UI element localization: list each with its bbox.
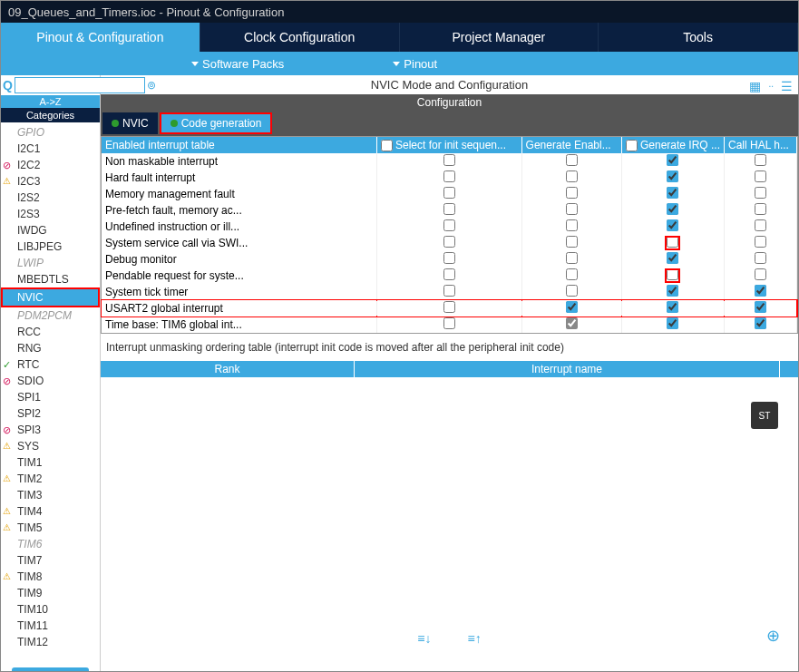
checkbox[interactable] (566, 187, 578, 199)
periph-item-tim2[interactable]: TIM2 (1, 471, 100, 487)
checkbox-cell[interactable] (376, 186, 521, 202)
periph-item-tim7[interactable]: TIM7 (1, 552, 100, 569)
periph-item-tim10[interactable]: TIM10 (1, 601, 100, 618)
checkbox-cell[interactable] (376, 268, 521, 284)
checkbox-cell[interactable] (376, 317, 521, 333)
periph-item-pdm2pcm[interactable]: PDM2PCM (1, 307, 100, 324)
table-row[interactable]: Time base: TIM6 global int... (102, 317, 797, 333)
table-row[interactable]: USART2 global interrupt (102, 300, 797, 317)
checkbox[interactable] (667, 317, 678, 329)
checkbox[interactable] (755, 301, 766, 313)
checkbox-cell[interactable] (376, 170, 521, 186)
checkbox[interactable] (667, 236, 678, 248)
checkbox[interactable] (667, 301, 678, 313)
checkbox-cell[interactable] (521, 170, 621, 186)
table-row[interactable]: Pre-fetch fault, memory ac... (102, 202, 797, 219)
checkbox[interactable] (443, 219, 455, 231)
table-row[interactable]: Memory management fault (102, 186, 797, 202)
table-row[interactable]: Undefined instruction or ill... (102, 219, 797, 235)
checkbox-cell[interactable] (725, 186, 797, 202)
sort-desc-icon[interactable]: ≡↓ (417, 631, 431, 646)
checkbox[interactable] (667, 219, 678, 231)
checkbox[interactable] (566, 154, 578, 166)
periph-item-tim1[interactable]: TIM1 (1, 454, 100, 471)
search-icon[interactable]: Q (3, 78, 13, 93)
periph-item-sys[interactable]: SYS (1, 438, 100, 454)
inner-tab-nvic[interactable]: NVIC (102, 112, 158, 134)
periph-item-tim5[interactable]: TIM5 (1, 520, 100, 536)
checkbox-cell[interactable] (376, 284, 521, 300)
main-tab-tools[interactable]: Tools (599, 23, 798, 52)
checkbox[interactable] (755, 219, 766, 231)
checkbox[interactable] (755, 170, 766, 182)
checkbox[interactable] (667, 268, 678, 280)
periph-item-tim3[interactable]: TIM3 (1, 487, 100, 503)
periph-item-lwip[interactable]: LWIP (1, 255, 100, 271)
periph-item-tim11[interactable]: TIM11 (1, 618, 100, 634)
checkbox-cell[interactable] (521, 284, 621, 300)
checkbox-cell[interactable] (725, 300, 797, 317)
header-checkbox[interactable] (381, 140, 393, 151)
checkbox-cell[interactable] (521, 317, 621, 333)
checkbox-cell[interactable] (621, 235, 724, 251)
checkbox-cell[interactable] (621, 219, 724, 235)
periph-item-nvic[interactable]: NVIC (1, 287, 100, 307)
inner-tab-code-generation[interactable]: Code generation (160, 112, 273, 134)
checkbox[interactable] (667, 252, 678, 264)
checkbox-cell[interactable] (521, 268, 621, 284)
periph-item-tim9[interactable]: TIM9 (1, 585, 100, 601)
checkbox[interactable] (566, 317, 578, 329)
checkbox-cell[interactable] (376, 300, 521, 317)
checkbox-cell[interactable] (725, 317, 797, 333)
checkbox[interactable] (566, 203, 578, 215)
checkbox-cell[interactable] (376, 202, 521, 219)
checkbox[interactable] (755, 285, 766, 297)
checkbox-cell[interactable] (621, 284, 724, 300)
checkbox-cell[interactable] (725, 202, 797, 219)
sort-az-tab[interactable]: A->Z (1, 95, 100, 108)
checkbox-cell[interactable] (621, 186, 724, 202)
checkbox[interactable] (667, 187, 678, 199)
periph-item-i2c2[interactable]: I2C2 (1, 157, 100, 173)
main-tab-project-manager[interactable]: Project Manager (400, 23, 599, 52)
checkbox[interactable] (443, 268, 455, 280)
checkbox-cell[interactable] (376, 251, 521, 268)
header-checkbox[interactable] (626, 140, 638, 151)
periph-item-i2c1[interactable]: I2C1 (1, 141, 100, 157)
checkbox[interactable] (443, 285, 455, 297)
main-tab-pinout-configuration[interactable]: Pinout & Configuration (1, 23, 200, 52)
checkbox[interactable] (755, 236, 766, 248)
checkbox[interactable] (667, 203, 678, 215)
checkbox[interactable] (755, 252, 766, 264)
table-row[interactable]: System tick timer (102, 284, 797, 300)
periph-item-tim4[interactable]: TIM4 (1, 503, 100, 520)
checkbox[interactable] (566, 236, 578, 248)
interrupt-name-col[interactable]: Interrupt name (355, 361, 780, 377)
periph-item-tim8[interactable]: TIM8 (1, 569, 100, 585)
horizontal-scrollbar[interactable] (12, 667, 89, 672)
checkbox-cell[interactable] (621, 170, 724, 186)
checkbox-cell[interactable] (521, 235, 621, 251)
periph-item-rcc[interactable]: RCC (1, 324, 100, 340)
col-header[interactable]: Generate IRQ ... (621, 137, 724, 153)
main-tab-clock-configuration[interactable]: Clock Configuration (200, 23, 400, 52)
checkbox-cell[interactable] (725, 153, 797, 170)
periph-item-rng[interactable]: RNG (1, 340, 100, 356)
zoom-icon[interactable]: ⊕ (766, 626, 780, 646)
periph-item-rtc[interactable]: RTC (1, 356, 100, 373)
checkbox-cell[interactable] (521, 202, 621, 219)
checkbox[interactable] (566, 170, 578, 182)
checkbox-cell[interactable] (621, 202, 724, 219)
checkbox[interactable] (755, 154, 766, 166)
checkbox-cell[interactable] (621, 317, 724, 333)
software-packs-dropdown[interactable]: Software Packs (137, 57, 338, 71)
col-header[interactable]: Enabled interrupt table (102, 137, 376, 153)
checkbox[interactable] (566, 252, 578, 264)
list-view-icon[interactable]: ☰ (781, 79, 793, 93)
table-row[interactable]: Debug monitor (102, 251, 797, 268)
checkbox[interactable] (566, 219, 578, 231)
checkbox-cell[interactable] (521, 219, 621, 235)
periph-item-iwdg[interactable]: IWDG (1, 222, 100, 239)
pinout-dropdown[interactable]: Pinout (338, 57, 492, 71)
categories-tab[interactable]: Categories (1, 108, 100, 122)
